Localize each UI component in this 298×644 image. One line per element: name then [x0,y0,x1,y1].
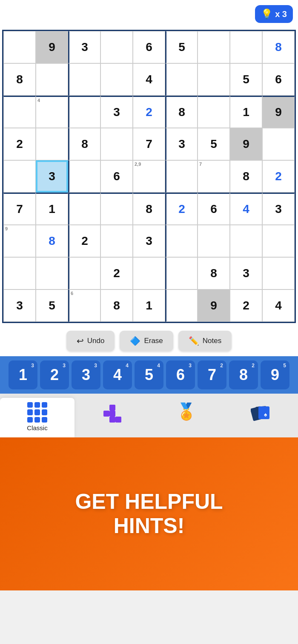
sudoku-cell[interactable]: 5 [36,289,68,322]
sudoku-cell[interactable]: 3 [133,225,165,257]
sudoku-cell[interactable] [262,257,295,289]
sudoku-cell[interactable]: 9 [3,225,36,257]
sudoku-cell[interactable]: 1 [230,96,262,128]
sudoku-cell[interactable] [165,160,198,193]
sudoku-cell[interactable] [36,257,68,289]
num-key-4[interactable]: 44 [103,360,132,389]
nav-medal[interactable]: 🏅 [149,398,224,437]
sudoku-cell[interactable]: 7 [198,160,230,193]
sudoku-cell[interactable] [165,289,198,322]
sudoku-cell[interactable]: 8 [68,128,100,160]
sudoku-cell[interactable] [230,31,262,63]
sudoku-cell[interactable]: 4 [230,193,262,225]
num-key-6[interactable]: 36 [166,360,195,389]
sudoku-cell[interactable]: 3 [165,128,198,160]
sudoku-cell[interactable]: 5 [230,63,262,96]
sudoku-cell[interactable]: 7 [3,193,36,225]
sudoku-cell[interactable] [3,160,36,193]
sudoku-cell[interactable]: 7 [133,128,165,160]
sudoku-cell[interactable] [262,225,295,257]
sudoku-cell[interactable] [68,257,100,289]
sudoku-cell[interactable]: 8 [3,63,36,96]
sudoku-cell[interactable]: 6 [68,289,100,322]
sudoku-cell[interactable]: 8 [262,31,295,63]
sudoku-cell[interactable]: 2,9 [133,160,165,193]
sudoku-cell[interactable]: 8 [133,193,165,225]
undo-button[interactable]: ↩ Undo [66,331,115,351]
sudoku-cell[interactable] [68,160,100,193]
nav-cards[interactable]: ♠ [224,398,298,437]
num-key-2[interactable]: 32 [40,360,69,389]
sudoku-cell[interactable] [100,63,133,96]
num-key-5[interactable]: 45 [135,360,163,389]
sudoku-cell[interactable]: 5 [165,31,198,63]
sudoku-cell[interactable]: 9 [36,31,68,63]
num-key-8[interactable]: 28 [229,360,258,389]
sudoku-cell[interactable]: 3 [68,31,100,63]
num-key-3[interactable]: 33 [72,360,100,389]
num-key-1[interactable]: 31 [9,360,37,389]
sudoku-cell[interactable]: 6 [262,63,295,96]
sudoku-cell[interactable] [100,31,133,63]
sudoku-cell[interactable]: 3 [36,160,68,193]
sudoku-cell[interactable]: 2 [68,225,100,257]
sudoku-cell[interactable] [198,225,230,257]
sudoku-cell[interactable] [3,31,36,63]
sudoku-cell[interactable] [68,193,100,225]
sudoku-cell[interactable] [198,96,230,128]
sudoku-cell[interactable] [100,193,133,225]
sudoku-cell[interactable]: 2 [100,257,133,289]
sudoku-cell[interactable]: 3 [262,193,295,225]
sudoku-cell[interactable] [198,31,230,63]
sudoku-cell[interactable]: 9 [230,128,262,160]
sudoku-cell[interactable]: 3 [3,289,36,322]
erase-button[interactable]: 🔷 Erase [120,331,173,351]
svg-rect-0 [103,411,109,417]
sudoku-cell[interactable] [262,128,295,160]
sudoku-cell[interactable]: 4 [133,63,165,96]
sudoku-cell[interactable]: 4 [36,96,68,128]
sudoku-cell[interactable] [36,63,68,96]
sudoku-cell[interactable] [100,128,133,160]
sudoku-cell[interactable]: 8 [165,96,198,128]
sudoku-cell[interactable]: 1 [36,193,68,225]
nav-classic[interactable]: Classic [0,398,74,437]
sudoku-cell[interactable]: 2 [133,96,165,128]
sudoku-cell[interactable] [3,257,36,289]
sudoku-cell[interactable] [3,96,36,128]
nav-tetris[interactable] [74,398,149,437]
sudoku-cell[interactable]: 6 [198,193,230,225]
sudoku-cell[interactable]: 1 [133,289,165,322]
hint-button[interactable]: 💡 x 3 [255,5,293,23]
num-key-7[interactable]: 27 [198,360,226,389]
sudoku-cell[interactable]: 9 [198,289,230,322]
sudoku-cell[interactable]: 2 [165,193,198,225]
sudoku-cell[interactable] [165,225,198,257]
sudoku-cell[interactable]: 6 [100,160,133,193]
sudoku-cell[interactable] [36,128,68,160]
sudoku-cell[interactable]: 8 [100,289,133,322]
sudoku-cell[interactable]: 8 [36,225,68,257]
sudoku-cell[interactable]: 4 [262,289,295,322]
sudoku-cell[interactable]: 5 [198,128,230,160]
sudoku-cell[interactable]: 3 [230,257,262,289]
sudoku-cell[interactable] [68,63,100,96]
sudoku-cell[interactable] [68,96,100,128]
sudoku-cell[interactable]: 8 [230,160,262,193]
sudoku-cell[interactable]: 2 [3,128,36,160]
sudoku-cell[interactable]: 8 [198,257,230,289]
sudoku-cell[interactable] [230,225,262,257]
sudoku-cell[interactable] [100,225,133,257]
notes-button[interactable]: ✏️ Notes [178,331,232,351]
sudoku-cell[interactable]: 6 [133,31,165,63]
sudoku-cell[interactable]: 2 [230,289,262,322]
sudoku-cell[interactable] [165,257,198,289]
sudoku-cell[interactable] [198,63,230,96]
num-key-9[interactable]: 59 [261,360,289,389]
sudoku-cell[interactable]: 2 [262,160,295,193]
notes-label: Notes [203,337,221,345]
sudoku-cell[interactable] [133,257,165,289]
sudoku-cell[interactable]: 3 [100,96,133,128]
sudoku-cell[interactable]: 9 [262,96,295,128]
sudoku-cell[interactable] [165,63,198,96]
